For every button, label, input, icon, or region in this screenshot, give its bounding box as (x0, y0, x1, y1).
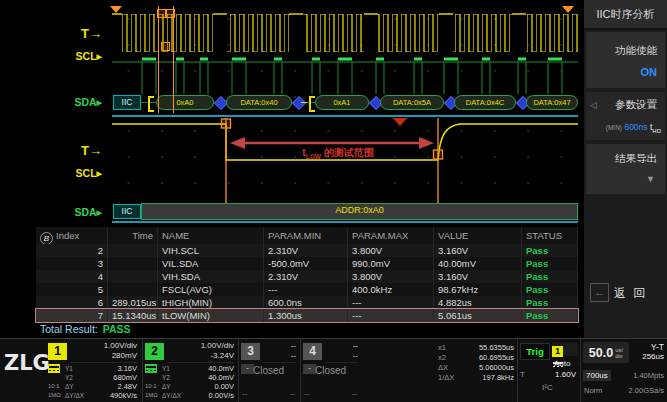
acquisition-mode: Norm (584, 386, 602, 395)
cell-value: 5.061us (434, 309, 522, 322)
header-index: BIndex (36, 227, 108, 244)
iic-bus-tag[interactable]: IIC (113, 95, 141, 110)
probe-ratio: 10:1 (145, 382, 162, 391)
channel1-badge[interactable]: 1 (48, 343, 67, 360)
view-separator (112, 115, 578, 117)
oscilloscope-screen: T→ SCL▶ SDA▶ T→ SCL▶ SDASDA▶ (0, 0, 667, 402)
cell-time (108, 244, 158, 257)
cell-min: 600.0ns (264, 296, 348, 309)
trigger-block[interactable]: Trig 1 Auto T1.60V I²C (517, 339, 580, 402)
slope-label: ΔY/ΔX (65, 391, 91, 400)
zoom-window-handle[interactable] (161, 42, 170, 51)
ch1-offset: 280mV (112, 351, 137, 360)
table-row[interactable]: 5FSCL(AVG)---400.0kHz98.67kHzPass (36, 283, 578, 296)
y2-label: Y2 (162, 373, 188, 382)
timebase-block[interactable]: 50.0 us/div Y-T 256us 700us 1.40Mpts Nor… (580, 339, 667, 402)
channel4-badge[interactable]: 4 (303, 343, 322, 360)
trigger-position-marker[interactable] (110, 6, 122, 13)
ch4-state: Closed (315, 365, 346, 376)
zoom-window-handle[interactable] (157, 9, 166, 18)
channel4-block[interactable]: 4 ---- - Closed -- -- (300, 339, 361, 402)
export-results-label: 结果导出 (615, 152, 657, 166)
dy-label: ΔY (65, 382, 91, 391)
right-edge-marker (562, 6, 574, 13)
dy-label: ΔY (162, 382, 188, 391)
decode-segment-addr: 0xA1 (315, 95, 369, 110)
cell-index: 4 (36, 270, 108, 283)
channel2-badge[interactable]: 2 (145, 343, 164, 360)
y1-value: 40.0mV (188, 364, 234, 373)
restart-condition-marker (309, 96, 315, 112)
cell-name: tLOW(MIN) (158, 309, 264, 322)
menu-item-function-enable[interactable]: 功能使能 ON (586, 32, 665, 88)
channel2-block[interactable]: 2 1.00V/div-3.24V Y140.0mV Y240.0mV 10:1… (142, 339, 237, 402)
channel3-block[interactable]: 3 ---- - Closed -- -- (238, 339, 299, 402)
header-value: VALUE (434, 227, 522, 244)
dx-label: ΔX (438, 363, 448, 373)
cell-value: 3.160V (434, 244, 522, 257)
y2-value: 40.0mV (188, 373, 234, 382)
slope-value: 0.00V/s (188, 391, 234, 400)
header-param-min: PARAM.MIN (264, 227, 348, 244)
window-span: 256us (642, 352, 664, 361)
channel3-badge[interactable]: 3 (241, 343, 260, 360)
menu-item-export-results[interactable]: 结果导出 ▼ (586, 144, 665, 194)
cell-index: 6 (36, 296, 108, 309)
dx-value: 5.06000us (479, 363, 514, 373)
memory-depth: 1.40Mpts (633, 371, 664, 380)
y2-value: 680mV (91, 373, 137, 382)
results-table: BIndex Time NAME PARAM.MIN PARAM.MAX VAL… (36, 227, 578, 322)
header-status: STATUS (522, 227, 578, 244)
fx-label: 1/ΔX (438, 373, 454, 383)
param-setting-value: (MIN) 600ns tHD (606, 122, 661, 134)
total-result-label: Total Result: (40, 323, 98, 335)
trigger-type: I²C (542, 383, 553, 392)
y1-value: 3.16V (91, 364, 137, 373)
channel1-block[interactable]: 1 1.00V/div280mV Y13.16V Y2680mV 10:1ΔY2… (46, 339, 140, 402)
table-row[interactable]: 6289.015ustHIGH(MIN)600.0ns---4.882usPas… (36, 296, 578, 309)
status-bar: ZLG 1 1.00V/div280mV Y13.16V Y2680mV 10:… (0, 338, 667, 402)
total-result: Total Result:PASS (40, 323, 131, 335)
back-button[interactable]: ← 返 回 (584, 282, 667, 306)
ch1-scale: 1.00V/div (104, 341, 137, 350)
cell-min: --- (264, 283, 348, 296)
dc-coupling-icon (48, 364, 60, 373)
back-label: 返 回 (614, 285, 647, 302)
ch3-dash: -- (290, 389, 295, 398)
iic-decode-bus: IIC 0xA0 DATA:0x40 0xA1 DATA:0x5A DATA:0… (112, 94, 578, 112)
table-row-selected[interactable]: 715.1340ustLOW(MIN)1.300us---5.061usPass (36, 309, 578, 322)
cell-status: Pass (522, 283, 578, 296)
cell-status: Pass (522, 309, 578, 322)
table-row[interactable]: 4VIH.SDA2.310V3.800V3.160VPass (36, 270, 578, 283)
ack-diamond-icon (292, 96, 306, 110)
start-condition-marker (148, 96, 154, 112)
zoom-trigger-marker (393, 118, 407, 126)
cell-index: 5 (36, 283, 108, 296)
ch2-scale: 1.00V/div (201, 341, 234, 350)
tlow-annotation: tLOW 的测试范围 (238, 146, 438, 160)
timebase-scale[interactable]: 50.0 us/div (583, 342, 629, 363)
iic-bus-tag[interactable]: IIC (113, 204, 141, 219)
decode-segment-data: DATA:0x47 (526, 95, 578, 110)
measure-cursor-b[interactable] (434, 118, 443, 216)
fx-value: 197.8kHz (482, 373, 514, 383)
dc-coupling-icon (145, 364, 157, 373)
zoom-window-handle[interactable] (166, 9, 175, 18)
probe-ratio: 10:1 (48, 382, 65, 391)
function-enable-value: ON (641, 66, 658, 78)
menu-title: IIC时序分析 (584, 0, 667, 30)
table-row[interactable]: 2VIH.SCL2.310V3.800V3.160VPass (36, 244, 578, 257)
cell-index: 2 (36, 244, 108, 257)
measure-cursor-a[interactable] (222, 118, 231, 216)
display-mode: Y-T (651, 342, 664, 352)
table-row[interactable]: 3VIL.SDA-500.0mV990.0mV40.00mVPass (36, 257, 578, 270)
cell-max: 3.800V (348, 244, 434, 257)
zoom-window-cursor[interactable] (158, 6, 174, 113)
cell-time (108, 283, 158, 296)
header-time: Time (108, 227, 158, 244)
trigger-mode: Auto (554, 359, 570, 368)
cell-status: Pass (522, 244, 578, 257)
x1-label: x1 (438, 343, 446, 353)
total-result-value: PASS (103, 323, 131, 335)
menu-item-param-settings[interactable]: ◁ 参数设置 (MIN) 600ns tHD (586, 92, 665, 140)
